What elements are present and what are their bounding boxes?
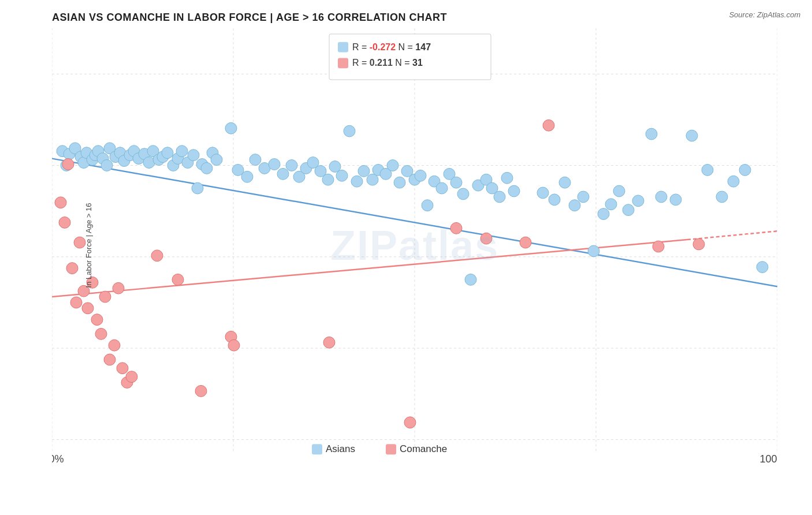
svg-point-145: [520, 237, 531, 248]
svg-point-65: [277, 168, 289, 180]
svg-point-108: [632, 195, 644, 207]
svg-point-100: [559, 177, 571, 188]
svg-point-146: [543, 120, 554, 131]
svg-rect-20: [338, 42, 348, 53]
svg-point-106: [613, 185, 625, 197]
svg-point-122: [70, 297, 82, 308]
svg-point-141: [323, 337, 335, 348]
svg-text:Asians: Asians: [326, 443, 355, 454]
svg-point-101: [569, 200, 580, 211]
svg-point-138: [195, 385, 207, 397]
svg-point-81: [394, 177, 405, 188]
svg-point-62: [249, 154, 261, 166]
svg-point-131: [109, 339, 120, 351]
svg-rect-151: [386, 444, 396, 454]
svg-point-129: [99, 291, 111, 303]
svg-point-140: [228, 339, 240, 351]
svg-point-61: [241, 171, 253, 182]
svg-point-75: [351, 176, 363, 187]
svg-point-142: [404, 417, 416, 428]
svg-point-53: [188, 150, 199, 161]
svg-point-143: [450, 222, 462, 234]
svg-point-133: [117, 363, 128, 374]
svg-rect-149: [312, 444, 322, 454]
svg-point-95: [494, 191, 505, 203]
svg-point-136: [151, 250, 163, 262]
svg-point-76: [358, 165, 370, 177]
svg-point-90: [457, 188, 469, 200]
svg-point-125: [82, 303, 94, 314]
svg-point-128: [95, 328, 107, 339]
svg-text:0.0%: 0.0%: [52, 453, 64, 462]
svg-point-91: [465, 274, 476, 285]
svg-point-85: [422, 200, 433, 211]
svg-point-87: [436, 182, 448, 194]
svg-point-58: [211, 154, 222, 166]
svg-point-148: [693, 238, 705, 250]
svg-point-117: [757, 262, 768, 273]
svg-point-107: [623, 204, 634, 216]
svg-point-96: [501, 172, 513, 184]
svg-point-35: [101, 160, 113, 171]
svg-point-114: [716, 191, 728, 203]
svg-point-109: [646, 128, 657, 140]
svg-line-18: [687, 231, 777, 240]
svg-point-144: [481, 233, 492, 244]
svg-point-80: [387, 160, 398, 171]
svg-point-84: [415, 170, 426, 181]
svg-point-105: [605, 199, 617, 210]
svg-point-112: [686, 130, 698, 141]
svg-point-59: [225, 122, 237, 134]
source-label: Source: ZipAtlas.com: [729, 10, 800, 19]
svg-point-103: [588, 245, 599, 257]
svg-point-121: [66, 263, 78, 274]
svg-point-116: [739, 164, 751, 176]
svg-point-132: [113, 282, 124, 294]
svg-point-48: [162, 147, 173, 159]
svg-point-104: [598, 208, 609, 220]
svg-point-120: [62, 159, 74, 170]
svg-point-118: [55, 197, 66, 208]
chart-container: ASIAN VS COMANCHE IN LABOR FORCE | AGE >…: [0, 0, 812, 515]
svg-point-98: [537, 187, 549, 199]
chart-title: ASIAN VS COMANCHE IN LABOR FORCE | AGE >…: [52, 12, 777, 24]
svg-point-66: [286, 160, 297, 171]
y-axis-label: In Labor Force | Age > 16: [84, 203, 93, 288]
svg-point-51: [176, 145, 188, 157]
svg-point-127: [91, 314, 103, 326]
svg-point-89: [450, 177, 462, 188]
svg-rect-22: [338, 58, 348, 68]
svg-point-110: [655, 191, 667, 203]
scatter-chart: 80.0% 70.0% 60.0% 50.0% 0.0% 100.0% R = …: [52, 28, 777, 462]
svg-text:Comanche: Comanche: [400, 443, 447, 454]
svg-text:R =   0.211   N =  31: R = 0.211 N = 31: [352, 58, 423, 68]
svg-rect-19: [329, 34, 491, 80]
svg-text:100.0%: 100.0%: [759, 453, 777, 462]
svg-point-135: [126, 371, 137, 383]
svg-text:R = -0.272   N = 147: R = -0.272 N = 147: [352, 42, 431, 52]
svg-point-74: [344, 125, 355, 137]
svg-point-130: [104, 354, 116, 365]
svg-point-64: [269, 159, 280, 170]
svg-point-97: [508, 185, 520, 197]
svg-point-73: [336, 170, 348, 181]
svg-point-119: [59, 217, 70, 229]
svg-point-102: [578, 191, 589, 203]
svg-point-147: [653, 241, 664, 252]
svg-point-56: [201, 163, 213, 174]
svg-point-54: [192, 182, 203, 194]
svg-point-99: [549, 194, 560, 206]
svg-point-71: [322, 174, 334, 185]
svg-point-113: [702, 164, 713, 176]
svg-point-111: [670, 194, 681, 206]
chart-area: ZIPatlas In Labor Force | Age > 16 80.0%…: [52, 28, 777, 462]
svg-point-115: [728, 176, 739, 187]
svg-point-137: [172, 274, 184, 285]
